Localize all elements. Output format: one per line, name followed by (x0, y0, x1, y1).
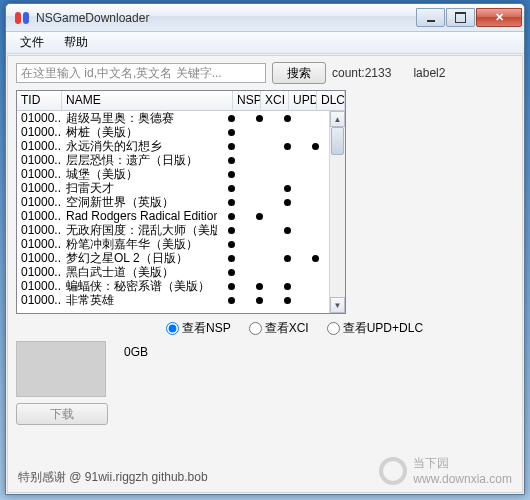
dot-icon (228, 199, 235, 206)
table-row[interactable]: 01000...城堡（美版） (17, 167, 329, 181)
col-upd[interactable]: UPD (289, 91, 317, 110)
cell-upd (273, 195, 301, 209)
cell-nsp (217, 167, 245, 181)
download-button[interactable]: 下载 (16, 403, 108, 425)
cell-name: 永远消失的幻想乡 (62, 139, 217, 153)
table-row[interactable]: 01000...树桩（美版） (17, 125, 329, 139)
game-table: TID NAME NSP XCI UPD DLC 01000...超级马里奥：奥… (16, 90, 346, 314)
cell-name: 黑白武士道（美版） (62, 265, 217, 279)
maximize-button[interactable] (446, 8, 475, 27)
table-row[interactable]: 01000...Rad Rodgers Radical Edition(US)(… (17, 209, 329, 223)
table-row[interactable]: 01000...粉笔冲刺嘉年华（美版） (17, 237, 329, 251)
dot-icon (284, 283, 291, 290)
dot-icon (284, 199, 291, 206)
col-name[interactable]: NAME (62, 91, 233, 110)
titlebar[interactable]: NSGameDownloader (6, 4, 524, 32)
menu-file[interactable]: 文件 (12, 32, 52, 53)
close-button[interactable] (476, 8, 522, 27)
col-nsp[interactable]: NSP (233, 91, 261, 110)
cell-nsp (217, 265, 245, 279)
minimize-button[interactable] (416, 8, 445, 27)
dot-icon (228, 185, 235, 192)
menubar: 文件 帮助 (6, 32, 524, 54)
right-panel (354, 90, 514, 314)
view-radios: 查看NSP 查看XCI 查看UPD+DLC (156, 320, 514, 337)
search-input[interactable] (16, 63, 266, 83)
dot-icon (228, 213, 235, 220)
cell-name: 扫雷天才 (62, 181, 217, 195)
col-tid[interactable]: TID (17, 91, 62, 110)
table-row[interactable]: 01000...永远消失的幻想乡 (17, 139, 329, 153)
radio-xci[interactable]: 查看XCI (249, 320, 309, 337)
table-row[interactable]: 01000...层层恐惧：遗产（日版） (17, 153, 329, 167)
cell-name: 空洞新世界（英版） (62, 195, 217, 209)
table-row[interactable]: 01000...非常英雄 (17, 293, 329, 307)
cell-tid: 01000... (17, 125, 62, 139)
menu-help[interactable]: 帮助 (56, 32, 96, 53)
cell-nsp (217, 181, 245, 195)
cell-nsp (217, 111, 245, 125)
cell-nsp (217, 223, 245, 237)
radio-upddlc-input[interactable] (327, 322, 340, 335)
cell-nsp (217, 209, 245, 223)
cell-name: 非常英雄 (62, 293, 217, 307)
label2: label2 (413, 66, 445, 80)
cell-nsp (217, 293, 245, 307)
radio-nsp[interactable]: 查看NSP (166, 320, 231, 337)
scroll-up-arrow-icon[interactable]: ▲ (330, 111, 345, 127)
search-button[interactable]: 搜索 (272, 62, 326, 84)
table-row[interactable]: 01000...蝙蝠侠：秘密系谱（美版） (17, 279, 329, 293)
cell-nsp (217, 237, 245, 251)
cell-name: 粉笔冲刺嘉年华（美版） (62, 237, 217, 251)
dot-icon (256, 283, 263, 290)
col-dlc[interactable]: DLC (317, 91, 345, 110)
table-row[interactable]: 01000...超级马里奥：奥德赛 (17, 111, 329, 125)
watermark: 当下园 www.downxia.com (379, 455, 512, 486)
svg-rect-1 (23, 12, 29, 24)
scroll-thumb[interactable] (331, 127, 344, 155)
window-controls (416, 8, 522, 27)
cell-nsp (217, 139, 245, 153)
search-row: 搜索 count:2133 label2 (16, 62, 514, 84)
dot-icon (228, 171, 235, 178)
app-icon (14, 10, 30, 26)
cell-xci (245, 293, 273, 307)
preview-row: 0GB (16, 341, 514, 397)
cell-upd (273, 111, 301, 125)
cell-upd (273, 223, 301, 237)
cell-dlc (301, 251, 329, 265)
cell-nsp (217, 251, 245, 265)
scroll-down-arrow-icon[interactable]: ▼ (330, 297, 345, 313)
cell-tid: 01000... (17, 181, 62, 195)
cell-tid: 01000... (17, 279, 62, 293)
cell-nsp (217, 153, 245, 167)
dot-icon (284, 143, 291, 150)
table-row[interactable]: 01000...梦幻之星OL 2（日版） (17, 251, 329, 265)
cell-upd (273, 139, 301, 153)
cell-tid: 01000... (17, 223, 62, 237)
table-row[interactable]: 01000...无政府国度：混乱大师（美版） (17, 223, 329, 237)
cell-upd (273, 181, 301, 195)
radio-nsp-input[interactable] (166, 322, 179, 335)
content-area: 搜索 count:2133 label2 TID NAME NSP XCI UP… (7, 55, 523, 493)
dot-icon (228, 143, 235, 150)
dot-icon (228, 129, 235, 136)
cell-upd (273, 279, 301, 293)
dot-icon (228, 255, 235, 262)
cell-name: 树桩（美版） (62, 125, 217, 139)
col-xci[interactable]: XCI (261, 91, 289, 110)
cell-tid: 01000... (17, 139, 62, 153)
radio-upddlc[interactable]: 查看UPD+DLC (327, 320, 423, 337)
dot-icon (228, 297, 235, 304)
dot-icon (284, 185, 291, 192)
cell-nsp (217, 279, 245, 293)
table-row[interactable]: 01000...黑白武士道（美版） (17, 265, 329, 279)
table-row[interactable]: 01000...扫雷天才 (17, 181, 329, 195)
radio-xci-input[interactable] (249, 322, 262, 335)
vertical-scrollbar[interactable]: ▲ ▼ (329, 111, 345, 313)
table-row[interactable]: 01000...空洞新世界（英版） (17, 195, 329, 209)
cell-tid: 01000... (17, 153, 62, 167)
cell-tid: 01000... (17, 195, 62, 209)
cell-tid: 01000... (17, 209, 62, 223)
cell-xci (245, 279, 273, 293)
